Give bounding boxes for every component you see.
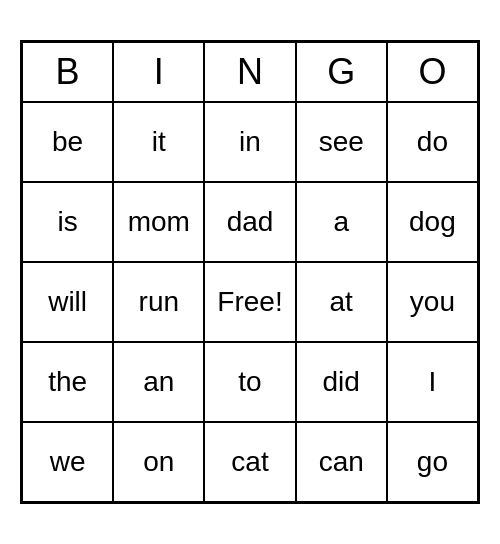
cell-2-1: is: [22, 182, 113, 262]
cell-5-3: cat: [204, 422, 295, 502]
cell-3-2: run: [113, 262, 204, 342]
cell-4-2: an: [113, 342, 204, 422]
cell-4-4: did: [296, 342, 387, 422]
header-b: B: [22, 42, 113, 102]
bingo-row-5: we on cat can go: [22, 422, 478, 502]
cell-3-1: will: [22, 262, 113, 342]
header-o: O: [387, 42, 478, 102]
cell-4-3: to: [204, 342, 295, 422]
bingo-row-4: the an to did I: [22, 342, 478, 422]
header-g: G: [296, 42, 387, 102]
cell-3-3: Free!: [204, 262, 295, 342]
cell-1-1: be: [22, 102, 113, 182]
cell-1-5: do: [387, 102, 478, 182]
cell-2-5: dog: [387, 182, 478, 262]
cell-3-5: you: [387, 262, 478, 342]
cell-4-5: I: [387, 342, 478, 422]
header-n: N: [204, 42, 295, 102]
cell-1-2: it: [113, 102, 204, 182]
cell-5-1: we: [22, 422, 113, 502]
header-i: I: [113, 42, 204, 102]
cell-5-5: go: [387, 422, 478, 502]
cell-2-3: dad: [204, 182, 295, 262]
cell-2-4: a: [296, 182, 387, 262]
bingo-row-1: be it in see do: [22, 102, 478, 182]
cell-5-2: on: [113, 422, 204, 502]
cell-1-3: in: [204, 102, 295, 182]
bingo-header-row: B I N G O: [22, 42, 478, 102]
cell-1-4: see: [296, 102, 387, 182]
cell-2-2: mom: [113, 182, 204, 262]
cell-5-4: can: [296, 422, 387, 502]
bingo-row-2: is mom dad a dog: [22, 182, 478, 262]
bingo-card: B I N G O be it in see do is mom dad a d…: [20, 40, 480, 504]
cell-3-4: at: [296, 262, 387, 342]
bingo-row-3: will run Free! at you: [22, 262, 478, 342]
cell-4-1: the: [22, 342, 113, 422]
